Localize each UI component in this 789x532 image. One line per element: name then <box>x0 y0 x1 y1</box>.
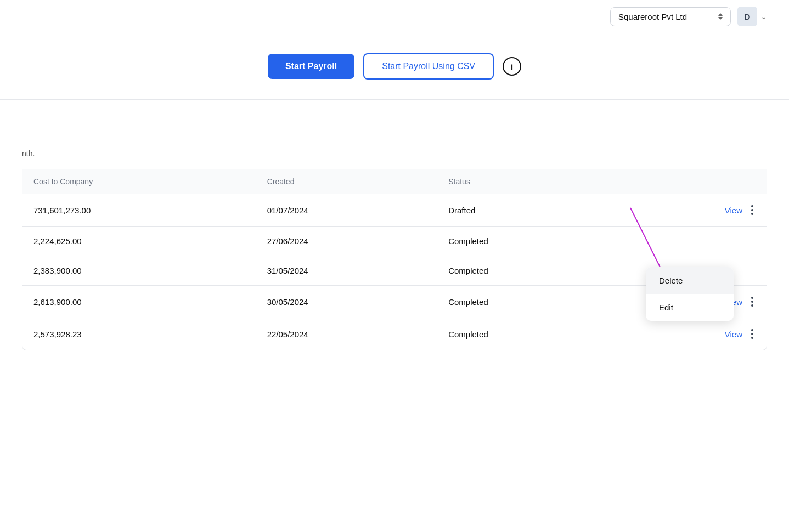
edit-menu-item[interactable]: Edit <box>646 294 734 321</box>
cell-cost: 2,383,900.00 <box>22 256 256 286</box>
payroll-table-container: Cost to Company Created Status 731,601,2… <box>22 169 767 350</box>
cell-action <box>615 227 767 256</box>
cell-status: Completed <box>437 227 615 256</box>
row-menu-button[interactable] <box>749 296 756 308</box>
action-bar: Start Payroll Start Payroll Using CSV i <box>0 33 789 100</box>
view-link[interactable]: View <box>725 330 742 339</box>
cell-cost: 731,601,273.00 <box>22 194 256 227</box>
cell-action: View <box>615 318 767 350</box>
col-created: Created <box>256 169 438 194</box>
cell-cost: 2,573,928.23 <box>22 318 256 350</box>
cell-created: 30/05/2024 <box>256 286 438 318</box>
cell-created: 27/06/2024 <box>256 227 438 256</box>
cell-created: 31/05/2024 <box>256 256 438 286</box>
cell-created: 01/07/2024 <box>256 194 438 227</box>
payroll-table: Cost to Company Created Status 731,601,2… <box>22 169 767 350</box>
cell-status: Completed <box>437 256 615 286</box>
user-menu-chevron-icon[interactable]: ⌄ <box>760 12 767 21</box>
company-name: Squareroot Pvt Ltd <box>618 12 687 21</box>
table-row: 2,573,928.23 22/05/2024 Completed View <box>22 318 767 350</box>
cell-cost: 2,613,900.00 <box>22 286 256 318</box>
cell-status: Completed <box>437 318 615 350</box>
user-avatar[interactable]: D <box>737 7 757 26</box>
table-row: 731,601,273.00 01/07/2024 Drafted View <box>22 194 767 227</box>
table-header-row: Cost to Company Created Status <box>22 169 767 194</box>
cell-created: 22/05/2024 <box>256 318 438 350</box>
header: Squareroot Pvt Ltd D ⌄ <box>0 0 789 33</box>
cell-action: View <box>615 194 767 227</box>
row-menu-button[interactable] <box>749 328 756 340</box>
col-actions <box>615 169 767 194</box>
content-area: nth. Cost to Company Created Status <box>0 100 789 350</box>
col-cost: Cost to Company <box>22 169 256 194</box>
delete-menu-item[interactable]: Delete <box>646 267 734 294</box>
partial-text: nth. <box>22 149 767 158</box>
table-row: 2,224,625.00 27/06/2024 Completed <box>22 227 767 256</box>
cell-cost: 2,224,625.00 <box>22 227 256 256</box>
company-selector-arrows-icon <box>718 13 723 20</box>
cell-status: Completed <box>437 286 615 318</box>
info-icon[interactable]: i <box>503 57 521 76</box>
col-status: Status <box>437 169 615 194</box>
cell-status: Drafted <box>437 194 615 227</box>
company-selector[interactable]: Squareroot Pvt Ltd <box>610 7 731 26</box>
start-payroll-button[interactable]: Start Payroll <box>268 54 354 79</box>
start-payroll-csv-button[interactable]: Start Payroll Using CSV <box>363 53 494 80</box>
row-context-menu: Delete Edit <box>646 267 734 321</box>
view-link[interactable]: View <box>725 206 742 215</box>
row-menu-button[interactable] <box>749 204 756 216</box>
